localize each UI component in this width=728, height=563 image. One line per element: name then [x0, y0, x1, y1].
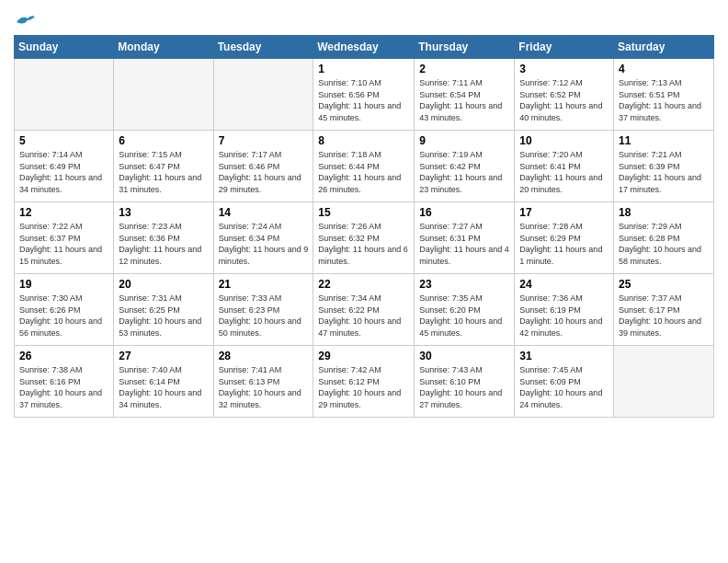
logo — [14, 9, 35, 28]
day-number: 1 — [318, 63, 409, 75]
weekday-header-thursday: Thursday — [415, 36, 515, 59]
day-info: Sunrise: 7:23 AM Sunset: 6:36 PM Dayligh… — [119, 221, 208, 267]
day-info: Sunrise: 7:12 AM Sunset: 6:52 PM Dayligh… — [519, 77, 609, 123]
day-number: 26 — [19, 350, 108, 362]
logo-general — [14, 9, 35, 29]
weekday-header-friday: Friday — [515, 36, 614, 59]
day-cell: 11Sunrise: 7:21 AM Sunset: 6:39 PM Dayli… — [614, 131, 714, 202]
calendar-table: SundayMondayTuesdayWednesdayThursdayFrid… — [14, 35, 714, 418]
day-info: Sunrise: 7:36 AM Sunset: 6:19 PM Dayligh… — [519, 293, 609, 339]
day-cell: 28Sunrise: 7:41 AM Sunset: 6:13 PM Dayli… — [213, 346, 313, 418]
day-cell: 22Sunrise: 7:34 AM Sunset: 6:22 PM Dayli… — [313, 274, 415, 346]
day-number: 22 — [318, 278, 409, 291]
weekday-header-wednesday: Wednesday — [313, 36, 415, 59]
day-info: Sunrise: 7:19 AM Sunset: 6:42 PM Dayligh… — [419, 149, 509, 195]
day-info: Sunrise: 7:20 AM Sunset: 6:41 PM Dayligh… — [519, 149, 609, 195]
day-cell: 10Sunrise: 7:20 AM Sunset: 6:41 PM Dayli… — [515, 131, 614, 202]
week-row-2: 5Sunrise: 7:14 AM Sunset: 6:49 PM Daylig… — [15, 131, 714, 202]
weekday-header-sunday: Sunday — [15, 36, 114, 59]
day-number: 2 — [419, 63, 509, 75]
day-number: 7 — [219, 134, 309, 147]
day-number: 24 — [519, 278, 609, 291]
day-cell: 31Sunrise: 7:45 AM Sunset: 6:09 PM Dayli… — [515, 346, 614, 418]
day-cell: 12Sunrise: 7:22 AM Sunset: 6:37 PM Dayli… — [15, 202, 114, 274]
day-info: Sunrise: 7:27 AM Sunset: 6:31 PM Dayligh… — [419, 221, 509, 267]
day-info: Sunrise: 7:10 AM Sunset: 6:56 PM Dayligh… — [318, 77, 409, 123]
day-number: 11 — [619, 134, 709, 147]
day-info: Sunrise: 7:14 AM Sunset: 6:49 PM Dayligh… — [19, 149, 108, 195]
day-cell: 8Sunrise: 7:18 AM Sunset: 6:44 PM Daylig… — [313, 131, 415, 202]
day-cell: 13Sunrise: 7:23 AM Sunset: 6:36 PM Dayli… — [114, 202, 213, 274]
day-cell: 2Sunrise: 7:11 AM Sunset: 6:54 PM Daylig… — [415, 59, 515, 131]
day-info: Sunrise: 7:45 AM Sunset: 6:09 PM Dayligh… — [519, 364, 609, 410]
day-cell: 25Sunrise: 7:37 AM Sunset: 6:17 PM Dayli… — [614, 274, 714, 346]
day-cell: 24Sunrise: 7:36 AM Sunset: 6:19 PM Dayli… — [515, 274, 614, 346]
header — [14, 9, 714, 28]
day-number: 12 — [19, 206, 108, 219]
day-cell: 1Sunrise: 7:10 AM Sunset: 6:56 PM Daylig… — [313, 59, 415, 131]
day-info: Sunrise: 7:11 AM Sunset: 6:54 PM Dayligh… — [419, 77, 509, 123]
weekday-header-tuesday: Tuesday — [213, 36, 313, 59]
day-cell: 23Sunrise: 7:35 AM Sunset: 6:20 PM Dayli… — [415, 274, 515, 346]
day-cell: 3Sunrise: 7:12 AM Sunset: 6:52 PM Daylig… — [515, 59, 614, 131]
day-cell: 16Sunrise: 7:27 AM Sunset: 6:31 PM Dayli… — [415, 202, 515, 274]
day-info: Sunrise: 7:35 AM Sunset: 6:20 PM Dayligh… — [419, 293, 509, 339]
day-info: Sunrise: 7:43 AM Sunset: 6:10 PM Dayligh… — [419, 364, 509, 410]
day-cell: 9Sunrise: 7:19 AM Sunset: 6:42 PM Daylig… — [415, 131, 515, 202]
day-number: 29 — [318, 350, 409, 362]
day-info: Sunrise: 7:40 AM Sunset: 6:14 PM Dayligh… — [119, 364, 208, 410]
day-cell — [114, 59, 213, 131]
day-number: 15 — [318, 206, 409, 219]
day-number: 5 — [19, 134, 108, 147]
day-info: Sunrise: 7:42 AM Sunset: 6:12 PM Dayligh… — [318, 364, 409, 410]
day-info: Sunrise: 7:30 AM Sunset: 6:26 PM Dayligh… — [19, 293, 108, 339]
day-info: Sunrise: 7:37 AM Sunset: 6:17 PM Dayligh… — [619, 293, 709, 339]
week-row-3: 12Sunrise: 7:22 AM Sunset: 6:37 PM Dayli… — [15, 202, 714, 274]
day-info: Sunrise: 7:33 AM Sunset: 6:23 PM Dayligh… — [219, 293, 309, 339]
day-cell: 29Sunrise: 7:42 AM Sunset: 6:12 PM Dayli… — [313, 346, 415, 418]
day-number: 16 — [419, 206, 509, 219]
day-cell: 18Sunrise: 7:29 AM Sunset: 6:28 PM Dayli… — [614, 202, 714, 274]
day-info: Sunrise: 7:22 AM Sunset: 6:37 PM Dayligh… — [19, 221, 108, 267]
day-cell: 14Sunrise: 7:24 AM Sunset: 6:34 PM Dayli… — [213, 202, 313, 274]
day-number: 20 — [119, 278, 208, 291]
day-number: 4 — [619, 63, 709, 75]
week-row-5: 26Sunrise: 7:38 AM Sunset: 6:16 PM Dayli… — [15, 346, 714, 418]
day-number: 9 — [419, 134, 509, 147]
day-number: 28 — [219, 350, 309, 362]
week-row-4: 19Sunrise: 7:30 AM Sunset: 6:26 PM Dayli… — [15, 274, 714, 346]
day-number: 23 — [419, 278, 509, 291]
day-info: Sunrise: 7:21 AM Sunset: 6:39 PM Dayligh… — [619, 149, 709, 195]
day-cell: 4Sunrise: 7:13 AM Sunset: 6:51 PM Daylig… — [614, 59, 714, 131]
day-info: Sunrise: 7:29 AM Sunset: 6:28 PM Dayligh… — [619, 221, 709, 267]
day-number: 3 — [519, 63, 609, 75]
day-cell: 20Sunrise: 7:31 AM Sunset: 6:25 PM Dayli… — [114, 274, 213, 346]
day-cell: 27Sunrise: 7:40 AM Sunset: 6:14 PM Dayli… — [114, 346, 213, 418]
day-cell: 7Sunrise: 7:17 AM Sunset: 6:46 PM Daylig… — [213, 131, 313, 202]
day-number: 19 — [19, 278, 108, 291]
day-cell: 17Sunrise: 7:28 AM Sunset: 6:29 PM Dayli… — [515, 202, 614, 274]
day-number: 6 — [119, 134, 208, 147]
day-info: Sunrise: 7:41 AM Sunset: 6:13 PM Dayligh… — [219, 364, 309, 410]
day-cell — [213, 59, 313, 131]
day-cell: 15Sunrise: 7:26 AM Sunset: 6:32 PM Dayli… — [313, 202, 415, 274]
day-cell — [15, 59, 114, 131]
day-number: 17 — [519, 206, 609, 219]
day-info: Sunrise: 7:15 AM Sunset: 6:47 PM Dayligh… — [119, 149, 208, 195]
day-number: 8 — [318, 134, 409, 147]
day-info: Sunrise: 7:24 AM Sunset: 6:34 PM Dayligh… — [219, 221, 309, 267]
day-info: Sunrise: 7:26 AM Sunset: 6:32 PM Dayligh… — [318, 221, 409, 267]
day-cell: 19Sunrise: 7:30 AM Sunset: 6:26 PM Dayli… — [15, 274, 114, 346]
day-number: 14 — [219, 206, 309, 219]
weekday-header-saturday: Saturday — [614, 36, 714, 59]
day-cell: 26Sunrise: 7:38 AM Sunset: 6:16 PM Dayli… — [15, 346, 114, 418]
day-number: 21 — [219, 278, 309, 291]
day-info: Sunrise: 7:38 AM Sunset: 6:16 PM Dayligh… — [19, 364, 108, 410]
day-info: Sunrise: 7:31 AM Sunset: 6:25 PM Dayligh… — [119, 293, 208, 339]
day-number: 10 — [519, 134, 609, 147]
day-number: 31 — [519, 350, 609, 362]
day-cell: 6Sunrise: 7:15 AM Sunset: 6:47 PM Daylig… — [114, 131, 213, 202]
day-number: 13 — [119, 206, 208, 219]
day-info: Sunrise: 7:18 AM Sunset: 6:44 PM Dayligh… — [318, 149, 409, 195]
day-info: Sunrise: 7:13 AM Sunset: 6:51 PM Dayligh… — [619, 77, 709, 123]
